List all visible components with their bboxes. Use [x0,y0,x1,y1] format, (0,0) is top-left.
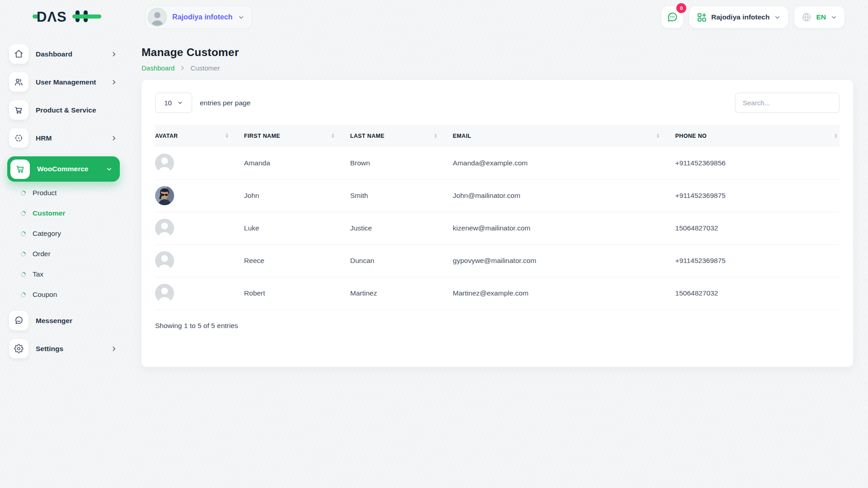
bullet-icon [20,291,27,298]
table-summary: Showing 1 to 5 of 5 entries [155,322,840,348]
svg-text:DΛS: DΛS [37,9,67,25]
sidebar-subitem-coupon[interactable]: Coupon [7,291,120,299]
sort-icon: ▲▼ [434,133,437,138]
grid-plus-icon [697,12,707,22]
cell-first-name: Luke [244,212,350,244]
chevron-down-icon [774,14,781,21]
bullet-icon [20,230,27,237]
cell-avatar [155,179,244,212]
table-row: Amanda Brown Amanda@example.com +9114523… [155,147,840,179]
cell-avatar [155,212,244,244]
sidebar-item-dashboard[interactable]: Dashboard [7,44,120,64]
cell-last-name: Smith [350,179,453,212]
avatar [155,219,174,238]
cart-icon [10,160,30,179]
avatar-placeholder-icon [149,8,166,26]
sidebar-subitem-label: Coupon [33,291,57,299]
avatar [155,251,174,270]
cell-last-name: Duncan [350,244,453,277]
language-label: EN [816,13,826,21]
language-menu[interactable]: EN [794,6,844,28]
cell-email: gypovywe@mailinator.com [453,244,675,277]
avatar [155,186,174,205]
messages-button[interactable]: 0 [661,6,683,28]
cell-email: kizenew@mailinator.com [453,212,675,244]
sidebar-subitem-label: Product [33,189,57,197]
chevron-right-icon [111,346,117,352]
sort-icon: ▲▼ [834,133,838,138]
sidebar-item-user-management[interactable]: User Management [7,72,120,92]
sidebar-subitem-tax[interactable]: Tax [7,270,120,278]
cell-phone: +911452369875 [675,179,840,212]
home-icon [9,44,28,64]
cell-phone: 15064827032 [675,212,840,244]
main-content: Manage Customer Dashboard Customer 10 en… [128,34,868,488]
search-input[interactable] [735,93,840,113]
cell-first-name: John [244,179,350,212]
chat-bubble-icon [666,11,678,23]
cell-last-name: Brown [350,147,453,179]
sidebar-item-label: User Management [36,78,96,86]
bullet-icon [20,189,27,196]
cell-first-name: Amanda [244,147,350,179]
column-header-last-name[interactable]: LAST NAME▲▼ [350,125,453,147]
table-row: John Smith John@mailinator.com +91145236… [155,179,840,212]
workspace-avatar [148,8,167,27]
dash-logo[interactable]: DΛS [33,7,101,28]
breadcrumb-dashboard-link[interactable]: Dashboard [142,64,175,72]
customer-table-card: 10 entries per page AVATAR▲▼ FIRST NAME▲… [142,80,853,367]
column-header-phone-no[interactable]: PHONE NO▲▼ [675,125,840,147]
globe-icon [802,12,811,22]
sidebar-item-settings[interactable]: Settings [7,339,120,358]
avatar-photo [155,186,174,205]
workspace-label: Rajodiya infotech [172,13,232,21]
table-row: Robert Martinez Martinez@example.com 150… [155,277,840,310]
cell-last-name: Justice [350,212,453,244]
woocommerce-submenu: Product Customer Category Order Tax Coup… [7,189,120,299]
sidebar-item-label: WooCommerce [37,165,88,173]
sort-icon: ▲▼ [225,133,228,138]
chevron-right-icon [111,135,117,141]
messages-badge: 0 [676,3,686,13]
cell-email: John@mailinator.com [453,179,675,212]
column-header-email[interactable]: EMAIL▲▼ [453,125,675,147]
chat-icon [9,311,28,330]
sidebar-item-product-service[interactable]: Product & Service [7,100,120,120]
cell-email: Amanda@example.com [453,147,675,179]
column-header-avatar[interactable]: AVATAR▲▼ [155,125,244,147]
table-row: Luke Justice kizenew@mailinator.com 1506… [155,212,840,244]
sidebar-item-hrm[interactable]: HRM [7,128,120,148]
sidebar-item-label: Dashboard [36,50,72,58]
cell-avatar [155,244,244,277]
sidebar-item-label: HRM [36,134,52,142]
chevron-down-icon [830,14,837,21]
sidebar-item-woocommerce[interactable]: WooCommerce [7,156,120,182]
entries-per-page-select[interactable]: 10 [155,93,192,113]
sidebar-item-label: Messenger [36,317,72,325]
company-menu[interactable]: Rajodiya infotech [689,6,788,28]
dash-logo-icon: DΛS [33,7,101,26]
sidebar-subitem-order[interactable]: Order [7,250,120,258]
sidebar-subitem-product[interactable]: Product [7,189,120,197]
chevron-down-icon [177,100,183,106]
customer-table: AVATAR▲▼ FIRST NAME▲▼ LAST NAME▲▼ EMAIL▲… [155,125,840,310]
breadcrumb: Dashboard Customer [142,64,853,72]
entries-per-page-value: 10 [164,99,172,107]
bullet-icon [20,271,27,277]
chevron-right-icon [179,65,185,71]
avatar-placeholder-icon [155,154,174,173]
column-header-first-name[interactable]: FIRST NAME▲▼ [244,125,350,147]
sidebar-item-messenger[interactable]: Messenger [7,311,120,330]
cell-phone: 15064827032 [675,277,840,310]
sidebar-item-label: Product & Service [36,106,96,114]
cart-icon [9,100,28,120]
logo-container: DΛS [0,7,128,28]
target-icon [9,128,28,148]
sidebar-subitem-category[interactable]: Category [7,230,120,238]
bullet-icon [20,210,27,216]
sidebar-subitem-customer[interactable]: Customer [7,209,120,217]
topbar: DΛS Rajodiya infotech [0,0,868,34]
avatar-placeholder-icon [155,251,174,270]
workspace-switcher[interactable]: Rajodiya infotech [145,5,252,29]
chevron-down-icon [106,166,113,173]
